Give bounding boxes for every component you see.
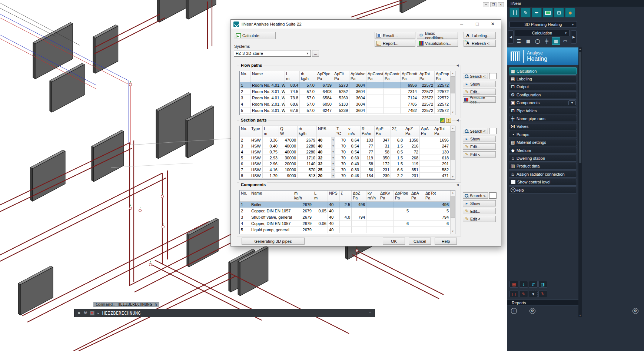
- table-row[interactable]: 5HSW2.9330000171032▼700.601193501.526861…: [240, 155, 450, 161]
- hint-icon[interactable]: ?: [446, 118, 451, 123]
- search-filter-box[interactable]: [489, 192, 497, 199]
- nav-prev-button[interactable]: ◀: [508, 30, 514, 44]
- result-button[interactable]: Result...: [375, 32, 415, 39]
- grid-icon[interactable]: ▦: [524, 37, 532, 45]
- column-header[interactable]: ṁkg/h: [293, 191, 313, 201]
- sidebar-item-valves[interactable]: ⋈Valves: [509, 123, 577, 130]
- edit-button[interactable]: Edit <: [463, 216, 496, 222]
- table-scrollbar[interactable]: ▲▼: [450, 191, 455, 234]
- table-row[interactable]: 2Room No. 3.01, W...74.557.0640352523604…: [240, 89, 450, 95]
- sidebar-item-show-control-level[interactable]: Show control level: [509, 179, 577, 186]
- table-row[interactable]: 3Room No. 4.01, W...73.857.0658452603604…: [240, 95, 450, 101]
- column-header[interactable]: ΔpPPa: [375, 126, 391, 137]
- search-filter-box[interactable]: [489, 73, 497, 79]
- basic-conditions-button[interactable]: Basic conditions...: [417, 32, 458, 39]
- scroll-up-button[interactable]: ▲: [451, 191, 455, 195]
- column-header[interactable]: ΔpTotPa: [433, 126, 450, 137]
- column-header[interactable]: ΔpZPa: [404, 126, 420, 137]
- frame-red-icon[interactable]: ▢: [509, 291, 518, 297]
- view-filter-icon[interactable]: [440, 118, 445, 123]
- column-header[interactable]: Name: [250, 191, 293, 201]
- column-header[interactable]: NPS: [317, 126, 335, 137]
- pipette-icon[interactable]: ✒: [532, 8, 542, 17]
- table-row[interactable]: 4Room No. 2.01, W...68.657.0605051333604…: [240, 101, 450, 107]
- command-bar[interactable]: ✕ ⚒ ▸ HEIZBERECHNUNG ⌃: [74, 309, 375, 317]
- swap-arrows-icon[interactable]: ⇵: [529, 281, 538, 288]
- scroll-thumb[interactable]: [451, 76, 455, 93]
- visualization-button[interactable]: Visualization...: [417, 40, 458, 47]
- column-header[interactable]: Lm: [313, 191, 328, 201]
- panel-selector-dropdown[interactable]: 3D Planning Heating▼: [509, 21, 577, 28]
- scroll-up-button[interactable]: ▲: [451, 126, 455, 131]
- nps-dropdown-icon[interactable]: ▼: [331, 143, 335, 149]
- report-button[interactable]: Report...: [375, 40, 415, 47]
- edit-button[interactable]: Edit <: [463, 151, 496, 158]
- column-header[interactable]: QW: [279, 126, 298, 137]
- collapse-icon[interactable]: ◀: [456, 119, 459, 122]
- sidebar-item-dwelling-station[interactable]: ⌂Dwelling station: [509, 155, 577, 162]
- gear-icon[interactable]: ⚙: [530, 308, 535, 314]
- search-button[interactable]: Search <: [463, 73, 488, 79]
- systems-combobox[interactable]: HZ-3-3D-starre▼: [234, 50, 311, 57]
- monitor-icon[interactable]: [543, 8, 553, 17]
- search-button[interactable]: Search <: [463, 128, 488, 134]
- column-header[interactable]: Σζ: [391, 126, 404, 137]
- pressure-loss-button[interactable]: Pressure loss...: [463, 96, 496, 103]
- column-header[interactable]: No.: [240, 71, 251, 82]
- column-header[interactable]: ΔpFitPa: [333, 71, 349, 82]
- sidebar-item-material-settings[interactable]: ▨Material settings: [509, 139, 577, 146]
- sidebar-item-assign-radiator-connection[interactable]: ♨Assign radiator connection: [509, 170, 577, 178]
- sliders-icon[interactable]: ☰: [515, 37, 523, 45]
- search-filter-box[interactable]: [489, 128, 497, 134]
- scroll-up-icon[interactable]: ▲: [578, 48, 582, 50]
- dialog-titlebar[interactable]: liNear Analyse Heating Suite 22 ─ ☐ ✕: [231, 20, 501, 29]
- nav-next-button[interactable]: ▶: [571, 30, 577, 44]
- table-row[interactable]: 1Boiler2679402.5496496: [240, 202, 450, 208]
- reports-bar[interactable]: Reports: [507, 299, 578, 306]
- nps-dropdown-icon[interactable]: ▼: [331, 137, 335, 143]
- command-expand-icon[interactable]: ⌃: [369, 311, 375, 315]
- table-row[interactable]: 4HSW0.7540000228040▼700.5477580.572130: [240, 149, 450, 155]
- nps-dropdown-icon[interactable]: ▼: [331, 161, 335, 166]
- nps-dropdown-icon[interactable]: ▼: [331, 155, 335, 160]
- radiator-red-icon[interactable]: ▤: [509, 281, 518, 288]
- column-header[interactable]: ΔpContrPa: [384, 71, 401, 82]
- column-header[interactable]: ṁkg/h: [298, 126, 317, 137]
- ruler-icon[interactable]: ▭: [561, 37, 570, 45]
- column-header[interactable]: Type: [250, 126, 263, 137]
- column-header[interactable]: ΔpPipePa: [316, 71, 333, 82]
- export-down-icon[interactable]: ⇓: [519, 281, 528, 288]
- scroll-down-icon[interactable]: ▼: [578, 314, 582, 317]
- column-header[interactable]: No.: [240, 191, 250, 201]
- column-header[interactable]: ΔpAPa: [420, 126, 433, 137]
- show-button[interactable]: Show: [463, 136, 496, 142]
- flow-paths-table[interactable]: No.NameLmṁkg/hΔpPipePaΔpFitPaΔpValvePaΔp…: [239, 71, 455, 115]
- table-row[interactable]: 7HSW4.161000057025▼700.33562316.6351582: [240, 167, 450, 173]
- table-row[interactable]: 3Shut-off valve, general2679404.0794794: [240, 214, 450, 221]
- edit-pen-icon[interactable]: ✎: [521, 8, 531, 17]
- sidebar-item-configuration[interactable]: ⚙Configuration: [509, 91, 577, 98]
- calculate-button[interactable]: Calculate: [234, 32, 276, 39]
- sidebar-item-components[interactable]: ▣Components▼: [509, 99, 577, 106]
- cancel-button[interactable]: Cancel: [409, 238, 431, 245]
- column-header[interactable]: ṁkg/h: [300, 71, 316, 82]
- table-row[interactable]: 6HSW2.9620000114032▼700.40581721.5119291: [240, 161, 450, 167]
- components-table[interactable]: No.Nameṁkg/hLmNPSζΔpZPakvm³/hΔpKvPaΔpPip…: [239, 190, 455, 234]
- mixer-icon[interactable]: [509, 8, 519, 17]
- plotter-icon[interactable]: ⊟: [554, 8, 564, 17]
- section-parts-table[interactable]: No.TypeLmQWṁkg/hNPST°Cvm/sRPa/mΔpPPaΣζΔp…: [239, 126, 455, 180]
- show-button[interactable]: Show: [463, 200, 496, 206]
- scroll-down-button[interactable]: ▼: [451, 110, 455, 115]
- nps-dropdown-icon[interactable]: ▼: [331, 149, 335, 155]
- table-row[interactable]: 8HSW1.79900051320▼700.461342392.2231471: [240, 173, 450, 179]
- chevron-down-icon[interactable]: ▼: [568, 100, 576, 105]
- table-row[interactable]: 1Room No. 4.01, W...80.457.0673952733604…: [240, 82, 450, 89]
- column-header[interactable]: Name: [251, 71, 285, 82]
- rotate-red-icon[interactable]: ↻: [538, 291, 547, 297]
- sidebar-scrollbar[interactable]: ▲ ▼: [578, 47, 582, 317]
- column-header[interactable]: NPS: [328, 191, 340, 201]
- table-row[interactable]: 2Copper, DIN EN 105726790.054055: [240, 208, 450, 214]
- drawing-close-button[interactable]: ✕: [498, 2, 504, 7]
- command-tools-icon[interactable]: ⚒: [83, 311, 87, 315]
- pipe-icon[interactable]: ╪: [542, 37, 551, 45]
